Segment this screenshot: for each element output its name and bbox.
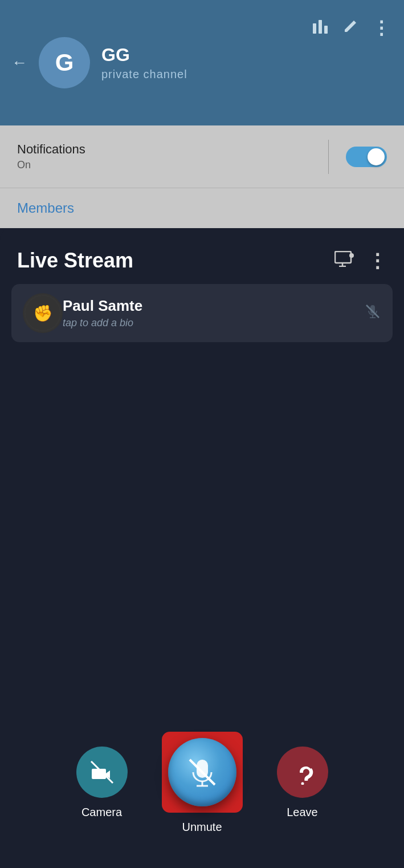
divider [328, 140, 329, 174]
unmute-label: Unmute [182, 821, 222, 834]
live-stream-header: Live Stream ⋮ [0, 228, 404, 284]
channel-name: GG [101, 44, 393, 66]
notifications-text: Notifications On [17, 142, 311, 171]
notifications-bar: Notifications On [0, 125, 404, 188]
toggle-knob [368, 148, 385, 165]
app-layout: ← G GG private channel ⋮ [0, 0, 404, 868]
screen-share-icon[interactable] [334, 251, 354, 271]
unmute-button[interactable] [168, 738, 236, 806]
notifications-toggle[interactable] [346, 147, 387, 167]
svg-text:✊: ✊ [33, 304, 53, 323]
leave-button[interactable] [277, 747, 328, 798]
channel-type: private channel [101, 68, 393, 81]
unmute-control: Unmute [162, 732, 243, 834]
participant-info: Paul Samte tap to add a bio [63, 297, 364, 329]
camera-control: Camera [76, 747, 128, 819]
live-stream-panel: Live Stream ⋮ ✊ Paul Samt [0, 228, 404, 868]
channel-info: GG private channel [101, 44, 393, 81]
participant-bio: tap to add a bio [63, 317, 364, 329]
leave-label: Leave [287, 806, 318, 819]
live-stream-more-icon[interactable]: ⋮ [368, 249, 387, 272]
bottom-controls: Camera Unmute [0, 709, 404, 868]
notifications-label: Notifications [17, 142, 311, 157]
notifications-status: On [17, 159, 311, 171]
members-label[interactable]: Members [17, 200, 74, 216]
live-stream-title: Live Stream [17, 249, 334, 273]
more-options-icon[interactable]: ⋮ [372, 17, 390, 39]
svg-point-6 [349, 253, 354, 258]
svg-rect-2 [324, 26, 328, 34]
svg-rect-0 [313, 23, 316, 34]
mic-off-icon [364, 303, 381, 324]
channel-avatar: G [39, 37, 90, 88]
camera-button[interactable] [76, 747, 128, 798]
svg-rect-1 [319, 20, 322, 34]
top-header: ← G GG private channel ⋮ [0, 0, 404, 125]
participant-avatar: ✊ [23, 293, 63, 333]
header-icons: ⋮ [312, 17, 390, 39]
leave-control: Leave [277, 747, 328, 819]
participant-card[interactable]: ✊ Paul Samte tap to add a bio [11, 284, 393, 342]
members-section: Members [0, 188, 404, 228]
participant-name: Paul Samte [63, 297, 364, 315]
svg-rect-3 [335, 252, 351, 263]
svg-point-16 [301, 782, 304, 785]
back-button[interactable]: ← [11, 54, 27, 72]
poll-icon[interactable] [312, 18, 329, 39]
camera-label: Camera [81, 806, 122, 819]
edit-icon[interactable] [342, 18, 358, 38]
unmute-button-wrapper [162, 732, 243, 813]
